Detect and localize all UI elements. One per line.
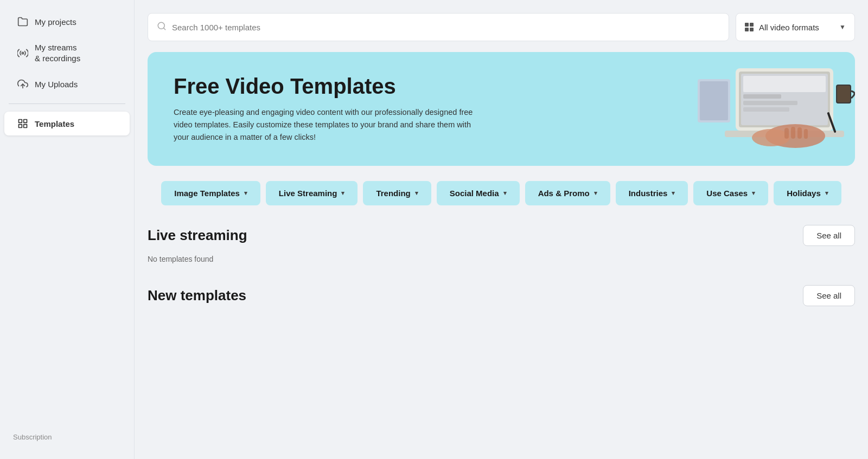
chip-label: Live Streaming [279,189,337,198]
chip-trending[interactable]: Trending▾ [363,181,431,205]
search-input-wrap [148,13,729,41]
search-icon [157,21,167,34]
folder-icon [17,16,28,27]
chip-label: Ads & Promo [538,189,590,198]
sidebar-item-label: My Uploads [35,80,78,89]
main-content: All video formats ▼ Free Video Templates… [135,0,868,459]
sidebar-item-my-projects[interactable]: My projects [4,10,130,34]
svg-line-7 [163,28,165,29]
chevron-down-icon: ▼ [839,23,846,31]
svg-rect-13 [743,76,826,92]
chevron-down-icon: ▾ [415,190,418,197]
chip-label: Image Templates [174,189,240,198]
new-templates-section-header: New templates See all [148,285,855,306]
sidebar-item-my-uploads[interactable]: My Uploads [4,72,130,96]
svg-rect-22 [797,127,802,139]
sidebar-divider [9,104,125,104]
live-streaming-see-all-button[interactable]: See all [803,225,855,246]
search-row: All video formats ▼ [148,13,855,41]
sidebar-item-my-streams[interactable]: My streams & recordings [4,36,130,70]
format-select[interactable]: All video formats ▼ [736,13,855,41]
new-templates-see-all-button[interactable]: See all [803,285,855,306]
sidebar-item-label: My streams & recordings [35,42,80,63]
chip-label: Use Cases [706,189,748,198]
svg-point-19 [752,129,790,146]
chip-label: Industries [629,189,668,198]
chip-image-templates[interactable]: Image Templates▾ [161,181,260,205]
chevron-down-icon: ▾ [825,190,828,197]
svg-rect-4 [24,125,27,128]
chip-social-media[interactable]: Social Media▾ [437,181,520,205]
chevron-down-icon: ▾ [752,190,755,197]
svg-point-0 [22,52,23,54]
svg-rect-3 [24,120,27,123]
hero-description: Create eye-pleasing and engaging video c… [174,106,477,144]
category-chips: Image Templates▾Live Streaming▾Trending▾… [148,181,855,205]
chevron-down-icon: ▾ [672,190,675,197]
svg-rect-20 [784,128,789,139]
chip-industries[interactable]: Industries▾ [616,181,688,205]
svg-rect-23 [804,129,808,139]
sidebar-item-label: My projects [35,17,76,27]
svg-rect-5 [19,125,22,128]
search-input[interactable] [172,23,720,32]
live-streaming-section-header: Live streaming See all [148,225,855,246]
chevron-down-icon: ▾ [503,190,507,197]
new-templates-title: New templates [148,287,246,304]
hero-image [681,52,855,166]
chevron-down-icon: ▾ [594,190,597,197]
sidebar: My projects My streams & recordings My U… [0,0,135,459]
svg-rect-15 [743,101,797,105]
grid-icon [745,23,754,31]
chip-label: Trending [376,189,410,198]
svg-rect-21 [791,127,795,139]
chevron-down-icon: ▾ [244,190,247,197]
subscription-label: Subscription [13,433,52,441]
hero-title: Free Video Templates [174,74,477,99]
format-select-label: All video formats [759,23,834,32]
chip-label: Social Media [450,189,499,198]
chip-ads-promo[interactable]: Ads & Promo▾ [525,181,610,205]
template-icon [17,118,28,129]
svg-rect-14 [743,94,781,99]
svg-rect-9 [700,81,728,120]
chip-holidays[interactable]: Holidays▾ [774,181,841,205]
hero-banner: Free Video Templates Create eye-pleasing… [148,52,855,166]
live-streaming-title: Live streaming [148,227,247,244]
svg-rect-16 [743,107,789,112]
broadcast-icon [17,48,28,59]
svg-rect-25 [837,86,850,102]
chevron-down-icon: ▾ [341,190,344,197]
chip-use-cases[interactable]: Use Cases▾ [693,181,768,205]
upload-icon [17,79,28,89]
svg-rect-2 [19,120,22,123]
chip-live-streaming[interactable]: Live Streaming▾ [266,181,358,205]
hero-text: Free Video Templates Create eye-pleasing… [174,74,477,144]
no-templates-message: No templates found [148,255,855,263]
sidebar-bottom: Subscription [0,423,134,450]
sidebar-item-label: Templates [35,119,74,128]
hero-illustration [692,57,855,160]
sidebar-item-templates[interactable]: Templates [4,112,130,135]
chip-label: Holidays [787,189,821,198]
